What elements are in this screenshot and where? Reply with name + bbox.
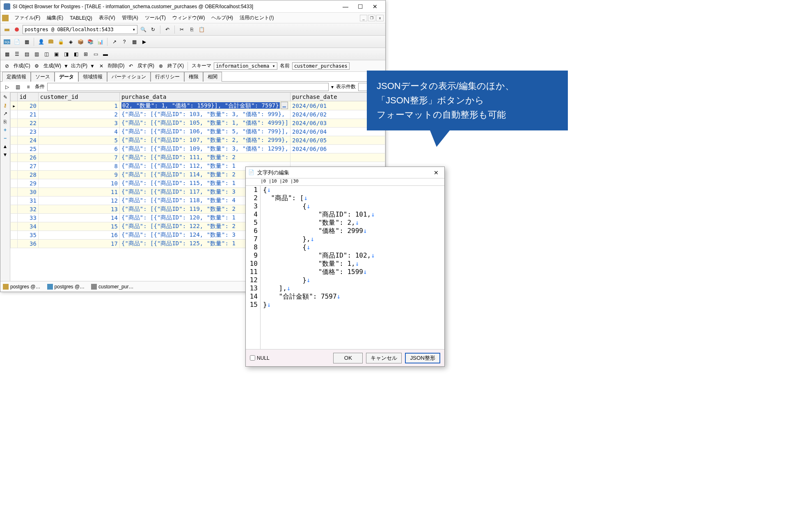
tab-source[interactable]: ソース (31, 72, 55, 82)
view9-icon[interactable]: ⊞ (82, 50, 90, 58)
generate-icon[interactable]: ⚙ (33, 62, 41, 70)
cell-purchase-date[interactable]: 2024/06/05 (290, 136, 385, 145)
tab-relation[interactable]: 相関 (203, 72, 222, 82)
null-checkbox[interactable]: NULL (250, 355, 270, 361)
cell-id[interactable]: 26 (18, 153, 38, 162)
mdi-minimize-icon[interactable]: _ (360, 15, 367, 21)
cell-id[interactable]: 34 (18, 222, 38, 231)
cell-customer-id[interactable]: 10 (38, 179, 119, 188)
exit-icon[interactable]: ⊗ (157, 62, 165, 70)
copy-row-icon[interactable]: ⎘ (2, 119, 9, 125)
view11-icon[interactable]: ▬ (101, 50, 110, 58)
sort-icon[interactable]: ≡ (24, 83, 32, 91)
revert-icon[interactable]: ↶ (127, 62, 135, 70)
create-label[interactable]: 作成(C) (14, 62, 30, 69)
view7-icon[interactable]: ◨ (62, 50, 70, 58)
cancel-button[interactable]: キャンセル (366, 353, 402, 363)
cell-purchase-date[interactable] (290, 153, 385, 162)
cell-customer-id[interactable]: 7 (38, 153, 119, 162)
cut-icon[interactable]: ✂ (178, 25, 186, 34)
script-icon[interactable]: 📄 (13, 38, 21, 46)
stop-icon[interactable]: ⊘ (3, 62, 11, 70)
cell-id[interactable]: 36 (18, 240, 38, 248)
filter-icon[interactable]: ▥ (14, 83, 22, 91)
database-icon[interactable] (47, 38, 55, 46)
cell-id[interactable]: 31 (18, 196, 38, 205)
table-row[interactable]: ▸20102, "数量": 1, "価格": 1599}], "合計金額": 7… (11, 101, 385, 110)
name-field[interactable]: customer_purchases (292, 62, 350, 70)
sql-icon[interactable]: SQL (3, 38, 11, 46)
null-checkbox-input[interactable] (250, 355, 255, 361)
cell-id[interactable]: 29 (18, 179, 38, 188)
undo-icon[interactable]: ↶ (163, 25, 172, 34)
package-icon[interactable]: 📦 (76, 38, 85, 46)
lock-icon[interactable]: 🔒 (57, 38, 65, 46)
cell-customer-id[interactable]: 8 (38, 162, 119, 171)
copy-icon[interactable]: ⎘ (188, 25, 196, 34)
help-icon[interactable]: ? (120, 38, 128, 46)
code-content[interactable]: {↓ "商品": [↓ {↓ "商品ID": 101,↓ "数量": 2,↓ "… (261, 186, 444, 349)
cell-id[interactable]: 21 (18, 110, 38, 119)
tab-rowpolicy[interactable]: 行ポリシー (151, 72, 184, 82)
tab-partition[interactable]: パーティション (107, 72, 151, 82)
view4-icon[interactable]: ▥ (32, 50, 41, 58)
view6-icon[interactable]: ▣ (52, 50, 60, 58)
cell-purchase-data[interactable]: {"商品": [{"商品ID": 105, "数量": 1, "価格": 499… (119, 119, 290, 128)
editor-body[interactable]: 1 2 3 4 5 6 7 8 9 10 11 12 13 14 15 {↓ "… (246, 186, 444, 349)
cell-customer-id[interactable]: 2 (38, 110, 119, 119)
status-sql[interactable]: postgres @… (47, 284, 85, 290)
cell-customer-id[interactable]: 16 (38, 231, 119, 240)
cell-id[interactable]: 33 (18, 214, 38, 222)
export-row-icon[interactable]: ↗ (2, 110, 9, 117)
packages-icon[interactable]: 📚 (86, 38, 94, 46)
col-customer-id[interactable]: customer_id (38, 93, 119, 101)
connect-icon[interactable] (3, 25, 11, 34)
menu-hints[interactable]: 活用のヒント(!) (236, 13, 277, 23)
cell-purchase-data[interactable]: {"商品": [{"商品ID": 109, "数量": 3, "価格": 129… (119, 145, 290, 153)
delete-icon[interactable]: ✕ (97, 62, 105, 70)
cell-customer-id[interactable]: 3 (38, 119, 119, 128)
menu-help[interactable]: ヘルプ(H) (208, 13, 236, 23)
tab-definition[interactable]: 定義情報 (2, 72, 31, 82)
tab-privileges[interactable]: 権限 (184, 72, 203, 82)
mdi-restore-icon[interactable]: ❐ (368, 15, 375, 21)
cell-id[interactable]: 28 (18, 171, 38, 179)
view10-icon[interactable]: ▭ (91, 50, 100, 58)
tab-data[interactable]: データ (55, 72, 78, 82)
menu-table[interactable]: TABLE(Q) (66, 14, 95, 22)
close-label[interactable]: 終了(X) (167, 62, 184, 69)
cell-id[interactable]: 23 (18, 128, 38, 136)
cell-purchase-data[interactable]: {"商品": [{"商品ID": 103, "数量": 3, "価格": 999… (119, 110, 290, 119)
view2-icon[interactable]: ☰ (13, 50, 21, 58)
menu-edit[interactable]: 編集(E) (43, 13, 66, 23)
cell-purchase-date[interactable]: 2024/06/06 (290, 145, 385, 153)
cell-expand-button[interactable]: … (281, 102, 288, 109)
output-label[interactable]: 出力(P) (71, 62, 87, 69)
add-row-icon[interactable]: + (2, 127, 9, 133)
ok-button[interactable]: OK (333, 353, 363, 363)
first-icon[interactable]: ▲ (2, 143, 9, 150)
play-icon[interactable]: ▷ (3, 83, 11, 91)
cell-customer-id[interactable]: 1 (38, 101, 119, 110)
cell-customer-id[interactable]: 9 (38, 171, 119, 179)
mdi-close-icon[interactable]: x (376, 15, 384, 21)
menu-admin[interactable]: 管理(A) (119, 13, 142, 23)
cell-purchase-data[interactable]: 02, "数量": 1, "価格": 1599}], "合計金額": 7597}… (119, 101, 290, 110)
user-icon[interactable]: 👤 (37, 38, 45, 46)
view1-icon[interactable]: ▦ (3, 50, 11, 58)
revert-label[interactable]: 戻す(R) (137, 62, 154, 69)
menu-tools[interactable]: ツール(T) (142, 13, 169, 23)
cell-id[interactable]: 27 (18, 162, 38, 171)
menu-view[interactable]: 表示(V) (96, 13, 119, 23)
cell-id[interactable]: 35 (18, 231, 38, 240)
maximize-button[interactable]: ☐ (353, 2, 367, 11)
menu-file[interactable]: ファイル(F) (11, 13, 43, 23)
schema-combo[interactable]: information_schema ▾ (214, 62, 277, 70)
cell-customer-id[interactable]: 11 (38, 188, 119, 196)
dialog-close-button[interactable]: ✕ (430, 168, 442, 177)
delete-label[interactable]: 削除(D) (108, 62, 125, 69)
cell-customer-id[interactable]: 13 (38, 205, 119, 214)
cell-id[interactable]: 32 (18, 205, 38, 214)
view3-icon[interactable]: ▤ (23, 50, 31, 58)
cell-customer-id[interactable]: 6 (38, 145, 119, 153)
